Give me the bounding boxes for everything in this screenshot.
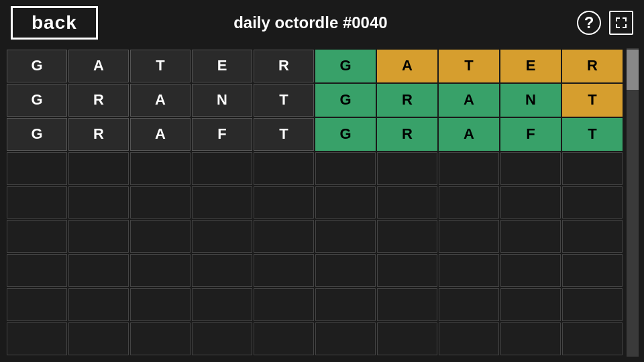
table-row	[254, 254, 314, 287]
table-row: G	[7, 84, 67, 117]
table-row	[500, 186, 561, 219]
table-row	[377, 186, 437, 219]
table-row: G	[7, 50, 67, 82]
table-row	[439, 288, 499, 321]
table-row: A	[439, 118, 499, 151]
table-row	[254, 322, 314, 355]
table-row	[315, 322, 376, 355]
table-row	[7, 288, 67, 321]
table-row	[439, 254, 499, 287]
table-row: T	[562, 118, 623, 151]
table-row	[500, 288, 561, 321]
table-row	[130, 186, 191, 219]
table-row: A	[439, 84, 499, 117]
table-row	[192, 220, 252, 253]
table-row	[500, 322, 561, 355]
table-row	[254, 186, 314, 219]
table-row	[254, 152, 314, 185]
table-row	[562, 152, 623, 185]
table-row	[315, 254, 376, 287]
table-row	[130, 152, 191, 185]
table-row	[68, 186, 129, 219]
header-icons: ?	[577, 11, 633, 35]
table-row	[130, 322, 191, 355]
scrollbar-thumb[interactable]	[627, 50, 639, 90]
scrollbar[interactable]	[627, 48, 639, 357]
table-row	[130, 288, 191, 321]
table-row: E	[192, 50, 252, 82]
table-row	[315, 220, 376, 253]
table-row	[68, 220, 129, 253]
table-row: T	[439, 50, 499, 82]
table-row: R	[562, 50, 623, 82]
table-row	[315, 152, 376, 185]
table-row: G	[315, 84, 376, 117]
table-row	[68, 322, 129, 355]
table-row: F	[500, 118, 561, 151]
table-row	[7, 254, 67, 287]
table-row: A	[130, 118, 191, 151]
game-area: GATERGATERGRANTGRANTGRAFTGRAFT	[0, 46, 644, 362]
game-title: daily octordle #0040	[58, 13, 564, 32]
table-row	[254, 220, 314, 253]
table-row	[130, 254, 191, 287]
table-row: R	[377, 118, 437, 151]
table-row	[315, 186, 376, 219]
table-row: F	[192, 118, 252, 151]
table-row	[192, 186, 252, 219]
table-row	[439, 322, 499, 355]
table-row	[7, 186, 67, 219]
table-row	[7, 220, 67, 253]
table-row	[500, 220, 561, 253]
table-row	[192, 254, 252, 287]
table-row	[500, 254, 561, 287]
table-row: T	[254, 84, 314, 117]
table-row: G	[315, 118, 376, 151]
table-row	[68, 152, 129, 185]
table-row: G	[7, 118, 67, 151]
expand-icon[interactable]	[609, 11, 633, 35]
table-row	[439, 220, 499, 253]
table-row: E	[500, 50, 561, 82]
table-row	[130, 220, 191, 253]
table-row: G	[315, 50, 376, 82]
table-row	[439, 186, 499, 219]
table-row	[68, 288, 129, 321]
table-row: T	[130, 50, 191, 82]
table-row	[439, 152, 499, 185]
table-row	[192, 288, 252, 321]
table-row	[377, 322, 437, 355]
table-row	[7, 322, 67, 355]
table-row: N	[192, 84, 252, 117]
table-row	[254, 288, 314, 321]
table-row: T	[254, 118, 314, 151]
table-row	[562, 288, 623, 321]
table-row	[7, 152, 67, 185]
table-row: R	[68, 118, 129, 151]
table-row	[562, 322, 623, 355]
table-row	[377, 152, 437, 185]
table-row	[562, 254, 623, 287]
help-icon[interactable]: ?	[577, 11, 601, 35]
table-row	[315, 288, 376, 321]
table-row	[500, 152, 561, 185]
table-row	[192, 152, 252, 185]
header: back daily octordle #0040 ?	[0, 0, 644, 46]
table-row: N	[500, 84, 561, 117]
table-row	[377, 288, 437, 321]
table-row	[192, 322, 252, 355]
table-row: R	[254, 50, 314, 82]
table-row	[562, 220, 623, 253]
game-grid: GATERGATERGRANTGRANTGRAFTGRAFT	[5, 48, 624, 357]
table-row	[377, 220, 437, 253]
table-row: A	[377, 50, 437, 82]
table-row: A	[130, 84, 191, 117]
table-row: R	[377, 84, 437, 117]
table-row	[68, 254, 129, 287]
table-row	[562, 186, 623, 219]
table-row: T	[562, 84, 623, 117]
table-row: R	[68, 84, 129, 117]
grid-wrapper: GATERGATERGRANTGRANTGRAFTGRAFT	[5, 48, 639, 357]
table-row	[377, 254, 437, 287]
table-row: A	[68, 50, 129, 82]
